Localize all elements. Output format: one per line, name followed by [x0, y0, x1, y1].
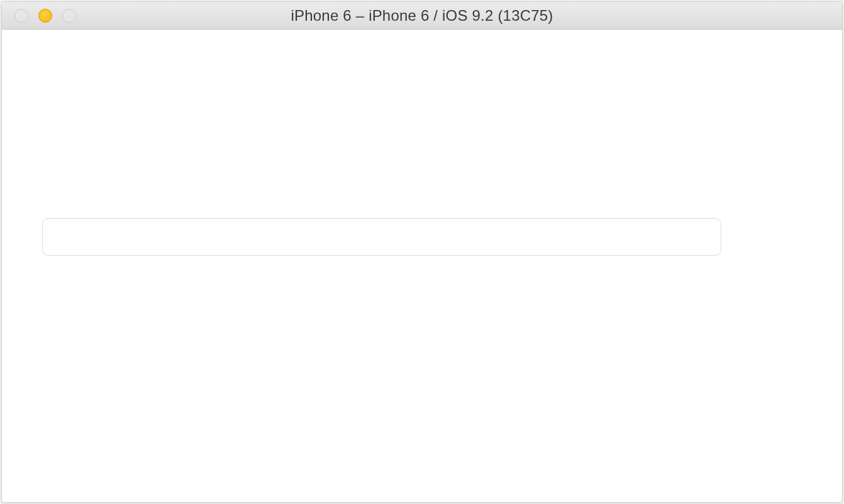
- window-title: iPhone 6 – iPhone 6 / iOS 9.2 (13C75): [2, 7, 842, 25]
- simulator-window: iPhone 6 – iPhone 6 / iOS 9.2 (13C75): [1, 1, 843, 503]
- titlebar: iPhone 6 – iPhone 6 / iOS 9.2 (13C75): [2, 2, 842, 30]
- traffic-lights: [2, 9, 76, 23]
- text-input[interactable]: [42, 218, 721, 256]
- minimize-window-button[interactable]: [38, 9, 52, 23]
- simulator-screen: [2, 30, 842, 502]
- close-window-button[interactable]: [14, 9, 28, 23]
- maximize-window-button[interactable]: [62, 9, 76, 23]
